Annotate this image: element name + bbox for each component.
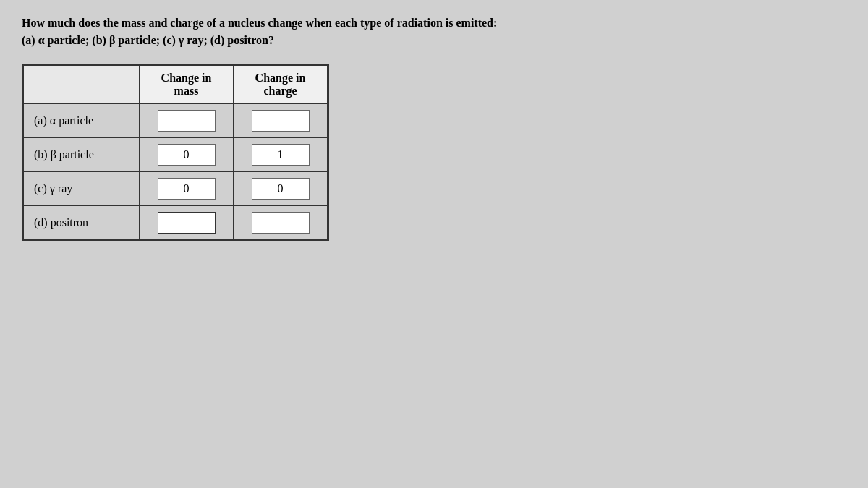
table-row: (b) β particle <box>24 138 328 172</box>
mass-cell-3[interactable] <box>140 206 234 240</box>
mass-cell-0[interactable] <box>140 104 234 138</box>
row-label-3: (d) positron <box>24 206 140 240</box>
table-row: (a) α particle <box>24 104 328 138</box>
mass-input-2[interactable] <box>158 178 216 200</box>
mass-input-1[interactable] <box>158 144 216 166</box>
mass-cell-1[interactable] <box>140 138 234 172</box>
row-label-1: (b) β particle <box>24 138 140 172</box>
table-header-row: Change in mass Change in charge <box>24 66 328 104</box>
charge-input-1[interactable] <box>252 144 310 166</box>
answer-table-container: Change in mass Change in charge (a) α pa… <box>22 64 329 241</box>
mass-input-3[interactable] <box>158 212 216 234</box>
question-line1: How much does the mass and charge of a n… <box>22 17 497 29</box>
charge-cell-2[interactable] <box>234 172 328 206</box>
charge-cell-3[interactable] <box>234 206 328 240</box>
col-empty-header <box>24 66 140 104</box>
mass-input-0[interactable] <box>158 110 216 132</box>
row-label-0: (a) α particle <box>24 104 140 138</box>
charge-input-0[interactable] <box>252 110 310 132</box>
col-charge-header: Change in charge <box>234 66 328 104</box>
answer-table: Change in mass Change in charge (a) α pa… <box>23 65 328 240</box>
question-text: How much does the mass and charge of a n… <box>22 14 846 49</box>
row-label-2: (c) γ ray <box>24 172 140 206</box>
table-row: (d) positron <box>24 206 328 240</box>
col-mass-header: Change in mass <box>140 66 234 104</box>
charge-input-2[interactable] <box>252 178 310 200</box>
table-row: (c) γ ray <box>24 172 328 206</box>
charge-input-3[interactable] <box>252 212 310 234</box>
question-block: How much does the mass and charge of a n… <box>22 14 846 244</box>
mass-cell-2[interactable] <box>140 172 234 206</box>
question-line2: (a) α particle; (b) β particle; (c) γ ra… <box>22 34 274 46</box>
charge-cell-1[interactable] <box>234 138 328 172</box>
charge-cell-0[interactable] <box>234 104 328 138</box>
